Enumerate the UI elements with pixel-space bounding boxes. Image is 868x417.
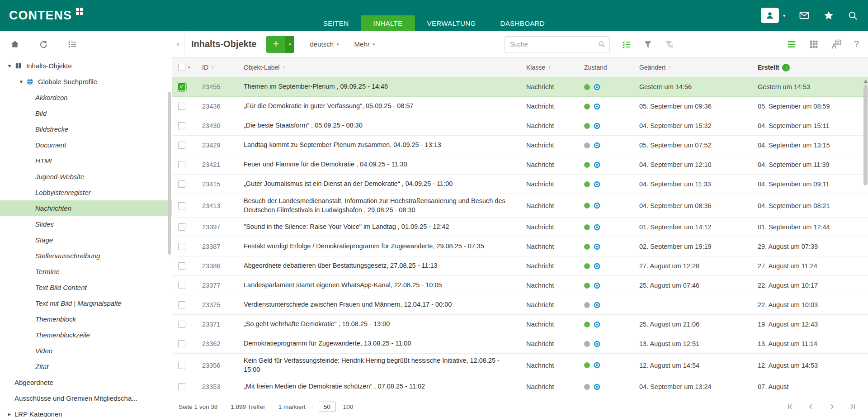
table-scrollbar-thumb[interactable]	[863, 85, 868, 185]
tree-node[interactable]: Text mit Bild | Marginalspalte	[0, 295, 172, 311]
row-checkbox[interactable]	[178, 223, 185, 231]
first-page-icon[interactable]	[787, 403, 794, 410]
row-checkbox[interactable]	[178, 142, 185, 149]
table-row[interactable]: 23362 Demokratieprogramm für Zugewandert…	[172, 334, 868, 354]
row-checkbox[interactable]	[178, 103, 185, 110]
row-checkbox[interactable]	[178, 262, 185, 270]
topbar-tab[interactable]: DASHBOARD	[488, 15, 557, 31]
table-row[interactable]: 23387 Festakt würdigt Erfolge / Demokrat…	[172, 237, 868, 256]
tree-caret-icon[interactable]	[5, 411, 14, 417]
tree-options-icon[interactable]	[67, 39, 77, 49]
column-header-objekt-label[interactable]: Objekt-Label ↑	[239, 64, 523, 71]
tree-node[interactable]: HTML	[0, 153, 172, 169]
tree-node[interactable]: Video	[0, 343, 172, 359]
tree-node[interactable]: Jugend-Website	[0, 169, 172, 185]
table-row[interactable]: 23421 Feuer und Flamme für die Demokrati…	[172, 155, 868, 175]
user-menu[interactable]: ▾	[761, 8, 785, 23]
row-checkbox[interactable]	[178, 321, 185, 328]
next-page-icon[interactable]	[828, 403, 835, 410]
table-row[interactable]: 23415 „Guter Journalismus ist ein Dienst…	[172, 175, 868, 194]
table-row[interactable]: 23377 Landesparlament startet eigenen Wh…	[172, 276, 868, 295]
table-row[interactable]: 23371 „So geht wehrhafte Demokratie“ , 1…	[172, 315, 868, 334]
row-checkbox[interactable]	[178, 383, 185, 390]
list-view-icon[interactable]	[787, 39, 797, 49]
table-row[interactable]: 23356 Kein Geld für Verfassungsfeinde: H…	[172, 354, 868, 377]
column-header-erstellt[interactable]: Erstellt ↓	[754, 64, 863, 71]
topbar-tab[interactable]: VERWALTUNG	[415, 15, 488, 31]
select-all-checkbox[interactable]	[178, 64, 185, 71]
tree-node[interactable]: Bild	[0, 105, 172, 121]
tree-node[interactable]: Lobbyistenregister	[0, 185, 172, 200]
help-icon[interactable]: ?	[854, 39, 859, 49]
avatar[interactable]	[761, 8, 779, 23]
table-row[interactable]: 23375 Verdienstunterschiede zwischen Fra…	[172, 295, 868, 315]
tree-node[interactable]: Akkordeon	[0, 90, 172, 105]
tree-node[interactable]: Nachrichten	[0, 200, 172, 216]
row-checkbox[interactable]	[178, 243, 185, 250]
selection-dropdown-icon[interactable]: ▾	[188, 65, 190, 70]
collapse-sidebar-button[interactable]: ‹	[172, 31, 184, 57]
table-row[interactable]: 23436 „Für die Demokratie in guter Verfa…	[172, 97, 868, 116]
tree-node[interactable]: Themenblock	[0, 311, 172, 327]
tree-node[interactable]: LRP Kategorien	[0, 406, 172, 417]
tree-node[interactable]: Themenblockzeile	[0, 327, 172, 343]
table-row[interactable]: 23429 Landtag kommt zu September-Plenum …	[172, 136, 868, 155]
table-row[interactable]: 23413 Besuch der Landesmedienanstalt, In…	[172, 194, 868, 218]
table-row[interactable]: 23455 Themen im September-Plenum , 09.09…	[172, 77, 868, 97]
tree-node[interactable]: Inhalts-Objekte	[0, 58, 172, 74]
row-checkbox[interactable]	[178, 282, 185, 289]
more-dropdown[interactable]: Mehr ▾	[354, 40, 375, 48]
column-header-zustand[interactable]: Zustand	[580, 64, 636, 71]
row-checkbox[interactable]	[178, 362, 185, 369]
row-checkbox[interactable]	[178, 340, 185, 347]
home-icon[interactable]	[10, 39, 20, 49]
row-checkbox[interactable]	[178, 161, 185, 168]
search-input[interactable]	[505, 41, 598, 48]
tree-node[interactable]: Termine	[0, 264, 172, 280]
row-checkbox[interactable]	[178, 83, 185, 90]
sidebar-scrollbar-thumb[interactable]	[168, 92, 171, 255]
tree-caret-icon[interactable]	[5, 62, 14, 69]
mail-icon[interactable]	[799, 10, 810, 21]
tree-node[interactable]: Bildstrecke	[0, 121, 172, 137]
add-dropdown-caret-icon[interactable]: ▾	[285, 36, 294, 53]
row-checkbox[interactable]	[178, 122, 185, 129]
tree-node[interactable]: Ausschüsse und Gremien Mitgliedscha...	[0, 390, 172, 406]
table-row[interactable]: 23386 Abgeordnete debattieren über Besta…	[172, 256, 868, 276]
page-size-50-button[interactable]: 50	[319, 402, 335, 412]
search-icon[interactable]	[598, 40, 609, 48]
plus-icon[interactable]: +	[266, 36, 285, 53]
column-header-klasse[interactable]: Klasse ↑	[523, 64, 580, 71]
topbar-tab[interactable]: INHALTE	[361, 15, 415, 31]
tree-node[interactable]: Slides	[0, 216, 172, 232]
table-row[interactable]: 23430 „Die beste Staatsform“ , 05.09.25 …	[172, 116, 868, 136]
tree-node[interactable]: Stellenausschreibung	[0, 248, 172, 264]
favorites-star-icon[interactable]	[823, 10, 834, 21]
tree-node[interactable]: Globale Suchprofile	[0, 74, 172, 90]
page-size-100-button[interactable]: 100	[343, 403, 354, 410]
clear-filter-icon[interactable]	[664, 39, 674, 49]
tree-node[interactable]: Zitat	[0, 359, 172, 374]
table-row[interactable]: 23397 "Sound in the Silence: Raise Your …	[172, 218, 868, 237]
table-row[interactable]: 23353 „Mit freien Medien die Demokratie …	[172, 377, 868, 396]
grid-view-icon[interactable]	[809, 39, 819, 49]
last-page-icon[interactable]	[849, 403, 856, 410]
refresh-icon[interactable]	[39, 40, 48, 49]
topbar-tab[interactable]: SEITEN	[311, 15, 361, 31]
scroll-up-icon[interactable]	[864, 80, 868, 83]
tree-node[interactable]: Document	[0, 137, 172, 153]
tree-node[interactable]: Abgeordnete	[0, 374, 172, 390]
tree-node[interactable]: Stage	[0, 232, 172, 248]
language-dropdown[interactable]: deutsch ▾	[310, 40, 339, 48]
user-menu-caret-icon[interactable]: ▾	[783, 13, 785, 18]
row-checkbox[interactable]	[178, 202, 185, 209]
tree-node[interactable]: Text Bild Content	[0, 280, 172, 295]
global-search-icon[interactable]	[848, 10, 858, 21]
column-header-id[interactable]: ID ↑	[198, 64, 239, 71]
translate-icon[interactable]	[831, 39, 842, 50]
column-header-geaendert[interactable]: Geändert ↑	[636, 64, 754, 71]
row-checkbox[interactable]	[178, 301, 185, 308]
row-checkbox[interactable]	[178, 180, 185, 188]
add-object-button[interactable]: + ▾	[266, 36, 294, 53]
saved-filters-icon[interactable]	[622, 39, 632, 49]
